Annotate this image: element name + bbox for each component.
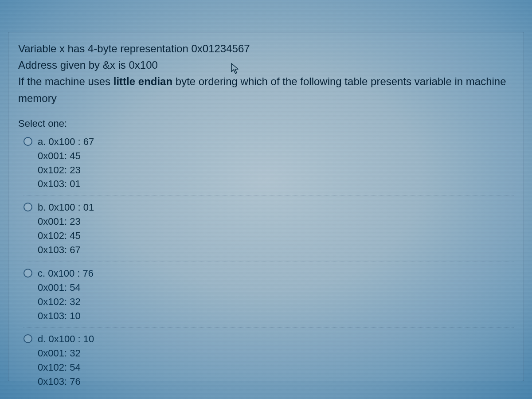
stem-line-3-bold: little endian	[113, 75, 172, 87]
option-c-letter: c.	[38, 268, 45, 279]
option-a-row-1: 0x001: 45	[38, 149, 94, 163]
option-b-letter: b.	[38, 202, 46, 213]
stem-line-2-value: 0x100	[129, 59, 157, 71]
option-d-body: d. 0x100 : 10 0x001: 32 0x102: 54 0x103:…	[38, 332, 94, 389]
option-c-row-3: 0x103: 10	[38, 309, 94, 323]
option-a-row-2: 0x102: 23	[38, 163, 94, 177]
stem-line-1-value: 0x01234567	[191, 43, 250, 55]
option-d-row-1: 0x001: 32	[38, 346, 94, 360]
radio-b[interactable]	[23, 203, 32, 211]
radio-a[interactable]	[23, 137, 32, 146]
option-c-row-2: 0x102: 32	[38, 295, 94, 309]
question-frame: Variable x has 4-byte representation 0x0…	[8, 32, 524, 381]
option-c-row-0: 0x100 : 76	[48, 268, 94, 279]
stem-line-2: Address given by &x is 0x100	[18, 57, 514, 73]
stem-line-3-pre: If the machine uses	[18, 75, 113, 87]
option-c[interactable]: c. 0x100 : 76 0x001: 54 0x102: 32 0x103:…	[23, 262, 514, 328]
select-one-label: Select one:	[18, 118, 514, 129]
option-c-body: c. 0x100 : 76 0x001: 54 0x102: 32 0x103:…	[38, 266, 94, 323]
stem-line-1-pre: Variable x has 4-byte representation	[18, 43, 191, 55]
stem-line-1: Variable x has 4-byte representation 0x0…	[18, 40, 514, 57]
option-b-row-2: 0x102: 45	[38, 229, 94, 243]
option-d-row-0: 0x100 : 10	[48, 333, 94, 344]
radio-d[interactable]	[23, 334, 32, 343]
question-stem: Variable x has 4-byte representation 0x0…	[18, 40, 514, 106]
option-d-letter: d.	[38, 333, 46, 344]
option-b-row-1: 0x001: 23	[38, 215, 94, 229]
stem-line-3: If the machine uses little endian byte o…	[18, 73, 514, 106]
option-d-row-3: 0x103: 76	[38, 375, 94, 389]
option-b-body: b. 0x100 : 01 0x001: 23 0x102: 45 0x103:…	[38, 200, 94, 257]
option-a-row-3: 0x103: 01	[38, 177, 94, 191]
option-a-letter: a.	[38, 136, 46, 147]
option-a-row-0: 0x100 : 67	[48, 136, 94, 147]
option-b[interactable]: b. 0x100 : 01 0x001: 23 0x102: 45 0x103:…	[23, 196, 514, 262]
option-b-row-3: 0x103: 67	[38, 243, 94, 257]
options-list: a. 0x100 : 67 0x001: 45 0x102: 23 0x103:…	[23, 133, 514, 393]
option-a-body: a. 0x100 : 67 0x001: 45 0x102: 23 0x103:…	[38, 135, 94, 192]
option-a[interactable]: a. 0x100 : 67 0x001: 45 0x102: 23 0x103:…	[23, 133, 514, 196]
option-b-row-0: 0x100 : 01	[48, 202, 94, 213]
option-d[interactable]: d. 0x100 : 10 0x001: 32 0x102: 54 0x103:…	[23, 327, 514, 393]
option-d-row-2: 0x102: 54	[38, 360, 94, 375]
radio-c[interactable]	[23, 269, 32, 278]
stem-line-2-pre: Address given by &x is	[18, 59, 129, 71]
option-c-row-1: 0x001: 54	[38, 281, 94, 295]
